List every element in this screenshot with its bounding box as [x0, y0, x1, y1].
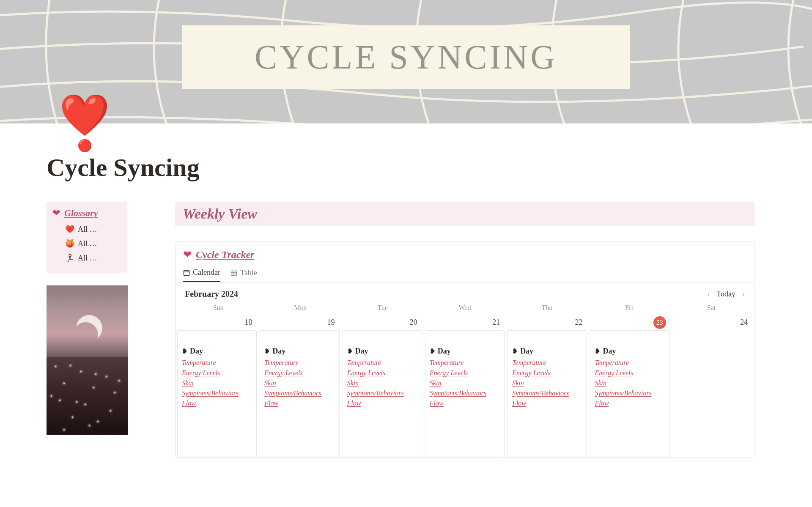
date-number: 18	[244, 318, 252, 327]
tab-table[interactable]: Table	[230, 268, 257, 282]
day-field-link[interactable]: Skin	[347, 379, 417, 387]
calendar-day-cell[interactable]: 22❥DayTemperatureEnergy LevelsSkinSympto…	[508, 330, 587, 457]
decorative-image	[47, 285, 128, 435]
emoji-icon: 🏃‍♀️	[65, 253, 74, 263]
page-icon[interactable]: ❤️ 🔴	[59, 95, 110, 152]
day-card-fields: TemperatureEnergy LevelsSkinSymptoms/Beh…	[182, 359, 252, 407]
calendar-day-cell[interactable]: 23❥DayTemperatureEnergy LevelsSkinSympto…	[590, 330, 669, 457]
heart-icon: ❥	[595, 347, 600, 355]
day-field-link[interactable]: Energy Levels	[430, 369, 500, 377]
cover-title: CYCLE SYNCING	[182, 25, 630, 89]
day-field-link[interactable]: Symptoms/Behaviors	[182, 389, 252, 397]
dow-label: Sat	[670, 304, 752, 312]
day-field-link[interactable]: Energy Levels	[264, 369, 335, 377]
calendar-day-cell[interactable]: 18❥DayTemperatureEnergy LevelsSkinSympto…	[177, 330, 257, 457]
weekly-view-heading: Weekly View	[175, 202, 754, 226]
emoji-icon: 🍑	[65, 239, 74, 248]
dow-label: Thu	[506, 304, 588, 312]
day-field-link[interactable]: Flow	[512, 400, 582, 407]
heart-icon: ❤️	[59, 95, 110, 136]
day-field-link[interactable]: Temperature	[182, 359, 252, 367]
date-number: 22	[575, 318, 582, 327]
glossary-link[interactable]: Glossary	[64, 208, 98, 219]
day-field-link[interactable]: Flow	[347, 400, 417, 407]
sidebar: ❤ Glossary ❤️ All … 🍑 All … 🏃‍♀️ All …	[47, 202, 127, 458]
day-field-link[interactable]: Energy Levels	[512, 369, 582, 377]
heart-icon: ❥	[512, 347, 518, 355]
day-card-title[interactable]: ❥Day	[512, 347, 582, 356]
day-card-title[interactable]: ❥Day	[264, 347, 335, 356]
day-field-link[interactable]: Flow	[182, 400, 252, 407]
cover-title-text: CYCLE SYNCING	[255, 38, 557, 77]
date-number: 20	[410, 318, 417, 327]
calendar-day-cell[interactable]: 20❥DayTemperatureEnergy LevelsSkinSympto…	[343, 330, 422, 457]
calendar-day-cell[interactable]: 24	[673, 330, 752, 457]
day-field-link[interactable]: Skin	[264, 379, 335, 387]
date-number: 24	[740, 318, 748, 327]
date-number: 21	[492, 318, 500, 327]
calendar-month[interactable]: February 2024	[185, 289, 238, 299]
day-field-link[interactable]: Flow	[595, 400, 665, 407]
day-field-link[interactable]: Symptoms/Behaviors	[595, 389, 665, 397]
next-week-button[interactable]: ›	[742, 290, 745, 299]
calendar-icon	[183, 269, 190, 276]
day-card-title[interactable]: ❥Day	[347, 347, 417, 356]
main-content: Weekly View ❤ Cycle Tracker Calendar Tab…	[175, 202, 754, 458]
calendar-day-cell[interactable]: 19❥DayTemperatureEnergy LevelsSkinSympto…	[260, 330, 339, 457]
day-card-fields: TemperatureEnergy LevelsSkinSymptoms/Beh…	[430, 359, 500, 407]
tab-calendar[interactable]: Calendar	[183, 268, 220, 282]
tab-label: Calendar	[193, 268, 220, 277]
dow-label: Mon	[259, 304, 341, 312]
heart-icon: ❥	[182, 347, 187, 355]
date-number: 19	[327, 318, 335, 327]
tab-label: Table	[240, 269, 257, 277]
day-field-link[interactable]: Symptoms/Behaviors	[430, 389, 500, 397]
day-field-link[interactable]: Flow	[430, 400, 500, 407]
page-title: Cycle Syncing	[47, 153, 812, 182]
glossary-callout: ❤ Glossary ❤️ All … 🍑 All … 🏃‍♀️ All …	[47, 202, 127, 273]
day-card-fields: TemperatureEnergy LevelsSkinSymptoms/Beh…	[512, 359, 582, 407]
day-field-link[interactable]: Skin	[182, 379, 252, 387]
svg-rect-1	[184, 270, 189, 275]
today-button[interactable]: Today	[716, 290, 735, 299]
day-field-link[interactable]: Symptoms/Behaviors	[347, 389, 417, 397]
prev-week-button[interactable]: ‹	[707, 290, 710, 299]
sidebar-item-label: All …	[78, 239, 97, 248]
day-field-link[interactable]: Energy Levels	[347, 369, 417, 377]
cover-image: CYCLE SYNCING	[0, 0, 812, 123]
day-card-title[interactable]: ❥Day	[595, 347, 665, 356]
date-number: 23	[653, 316, 666, 329]
day-card-title[interactable]: ❥Day	[430, 347, 500, 356]
day-field-link[interactable]: Symptoms/Behaviors	[264, 389, 335, 397]
day-field-link[interactable]: Skin	[595, 379, 665, 387]
dow-label: Sun	[177, 304, 259, 312]
day-field-link[interactable]: Temperature	[595, 359, 665, 367]
day-field-link[interactable]: Flow	[264, 400, 335, 407]
heart-icon: ❤	[183, 249, 192, 260]
day-field-link[interactable]: Temperature	[512, 359, 582, 367]
day-field-link[interactable]: Skin	[512, 379, 582, 387]
sidebar-item-label: All …	[78, 225, 97, 234]
day-field-link[interactable]: Temperature	[430, 359, 500, 367]
heart-icon: ❥	[347, 347, 353, 355]
sidebar-item[interactable]: 🏃‍♀️ All …	[65, 251, 121, 265]
dow-label: Wed	[424, 304, 506, 312]
svg-rect-5	[231, 271, 236, 275]
day-card-fields: TemperatureEnergy LevelsSkinSymptoms/Beh…	[595, 359, 665, 407]
cycle-tracker-link[interactable]: Cycle Tracker	[196, 249, 254, 260]
table-icon	[230, 270, 237, 277]
day-field-link[interactable]: Temperature	[347, 359, 417, 367]
calendar-day-cell[interactable]: 21❥DayTemperatureEnergy LevelsSkinSympto…	[425, 330, 505, 457]
dow-label: Fri	[588, 304, 670, 312]
sidebar-item[interactable]: ❤️ All …	[65, 222, 121, 236]
emoji-icon: ❤️	[65, 225, 74, 234]
sidebar-item[interactable]: 🍑 All …	[65, 236, 121, 251]
cycle-tracker-block: ❤ Cycle Tracker Calendar Table February …	[175, 241, 754, 458]
heart-icon: ❥	[430, 347, 435, 355]
day-field-link[interactable]: Temperature	[264, 359, 335, 367]
day-field-link[interactable]: Skin	[430, 379, 500, 387]
day-field-link[interactable]: Energy Levels	[595, 369, 665, 377]
day-card-title[interactable]: ❥Day	[182, 347, 252, 356]
day-field-link[interactable]: Symptoms/Behaviors	[512, 389, 582, 397]
day-field-link[interactable]: Energy Levels	[182, 369, 252, 377]
